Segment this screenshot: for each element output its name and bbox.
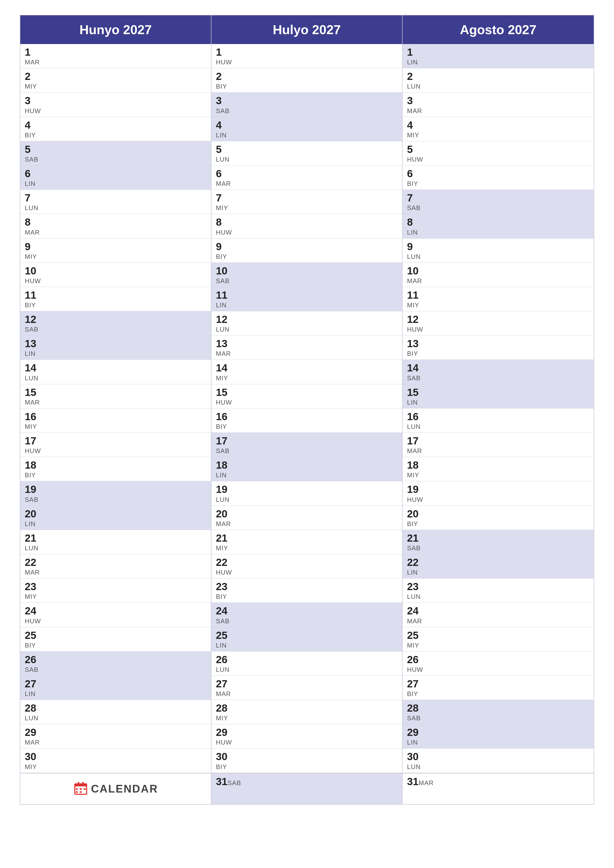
- day-name: BIY: [216, 593, 398, 600]
- day-name: LIN: [25, 520, 207, 528]
- day-name: SAB: [407, 204, 589, 212]
- day-name: HUW: [25, 107, 207, 115]
- footer-august-extra: 31MAR: [403, 773, 594, 804]
- day-number: 20: [407, 508, 589, 519]
- day-cell: 15HUW: [211, 384, 402, 409]
- day-name: MIY: [25, 83, 207, 90]
- day-name: SAB: [25, 666, 207, 674]
- day-cell: 8HUW: [211, 214, 402, 238]
- calendar-icon: [73, 781, 88, 797]
- day-name: MAR: [419, 779, 434, 787]
- day-number: 5: [216, 144, 398, 155]
- day-name: MAR: [216, 180, 398, 188]
- day-cell: 6BIY: [403, 166, 594, 190]
- day-number: 23: [407, 581, 589, 592]
- footer-july-extra: 31SAB: [211, 773, 403, 804]
- day-name: LIN: [407, 739, 589, 746]
- day-cell: 4LIN: [211, 117, 402, 141]
- day-number: 31: [216, 776, 227, 787]
- day-name: LIN: [25, 350, 207, 358]
- day-name: HUW: [25, 277, 207, 285]
- day-number: 24: [407, 605, 589, 617]
- calendar-header: Hunyo 2027 Hulyo 2027 Agosto 2027: [20, 16, 594, 44]
- day-cell: 9MIY: [20, 239, 211, 263]
- day-number: 16: [25, 411, 207, 422]
- day-name: SAB: [407, 374, 589, 382]
- day-number: 1: [25, 46, 207, 58]
- day-number: 29: [25, 727, 207, 738]
- day-number: 10: [25, 265, 207, 277]
- day-cell: 15LIN: [403, 384, 594, 409]
- day-cell: 12SAB: [20, 311, 211, 336]
- svg-rect-9: [76, 791, 78, 793]
- day-number: 4: [407, 119, 589, 131]
- day-cell: 25LIN: [211, 627, 402, 651]
- day-number: 8: [407, 217, 589, 228]
- day-cell: 12HUW: [403, 311, 594, 336]
- day-number: 19: [407, 484, 589, 495]
- day-name: BIY: [25, 301, 207, 309]
- day-name: LUN: [216, 326, 398, 333]
- footer-row: CALENDAR 31SAB 31MAR: [20, 773, 594, 804]
- day-number: 17: [25, 435, 207, 446]
- day-name: LUN: [25, 544, 207, 552]
- day-number: 18: [216, 459, 398, 471]
- day-cell: 7MIY: [211, 190, 402, 214]
- day-name: LUN: [216, 666, 398, 674]
- day-number: 25: [216, 630, 398, 641]
- day-number: 8: [216, 217, 398, 228]
- day-number: 25: [25, 630, 207, 641]
- day-name: BIY: [216, 253, 398, 260]
- day-name: HUW: [216, 739, 398, 746]
- day-cell: 25MIY: [403, 627, 594, 651]
- day-cell: 1MAR: [20, 44, 211, 68]
- day-name: BIY: [407, 180, 589, 188]
- day-name: LIN: [25, 690, 207, 698]
- day-cell: 20MAR: [211, 506, 402, 530]
- day-number: 28: [216, 702, 398, 714]
- day-cell: 7LUN: [20, 190, 211, 214]
- day-number: 10: [216, 265, 398, 277]
- day-name: HUW: [25, 447, 207, 455]
- day-number: 23: [216, 581, 398, 592]
- day-name: SAB: [227, 779, 241, 787]
- day-name: LUN: [25, 204, 207, 212]
- day-number: 3: [216, 95, 398, 106]
- day-cell: 22LIN: [403, 554, 594, 578]
- day-cell: 25BIY: [20, 627, 211, 651]
- day-number: 13: [216, 338, 398, 349]
- day-cell: 13LIN: [20, 336, 211, 360]
- day-name: HUW: [216, 569, 398, 576]
- day-name: MIY: [25, 253, 207, 260]
- day-number: 7: [407, 192, 589, 204]
- day-name: MIY: [407, 471, 589, 479]
- day-cell: 22HUW: [211, 554, 402, 578]
- day-cell: 5HUW: [403, 141, 594, 166]
- day-name: LIN: [216, 642, 398, 649]
- day-cell: 20LIN: [20, 506, 211, 530]
- day-number: 13: [25, 338, 207, 349]
- day-number: 21: [216, 532, 398, 544]
- day-number: 15: [216, 387, 398, 398]
- day-number: 24: [216, 605, 398, 617]
- day-cell: 23MIY: [20, 578, 211, 603]
- day-name: BIY: [216, 763, 398, 771]
- day-cell: 1HUW: [211, 44, 402, 68]
- day-name: MIY: [216, 204, 398, 212]
- day-name: MAR: [407, 617, 589, 625]
- day-cell: 30BIY: [211, 749, 402, 773]
- day-cell: 12LUN: [211, 311, 402, 336]
- day-name: HUW: [407, 666, 589, 674]
- day-cell: 23BIY: [211, 578, 402, 603]
- day-cell: 17HUW: [20, 433, 211, 457]
- day-number: 11: [407, 290, 589, 301]
- day-name: LUN: [216, 156, 398, 163]
- month-column-1: 1HUW2BIY3SAB4LIN5LUN6MAR7MIY8HUW9BIY10SA…: [211, 44, 403, 773]
- day-cell: 27BIY: [403, 676, 594, 700]
- day-name: MAR: [216, 520, 398, 528]
- day-cell: 17SAB: [211, 433, 402, 457]
- day-name: BIY: [216, 423, 398, 431]
- day-cell: 4BIY: [20, 117, 211, 141]
- day-number: 18: [25, 459, 207, 471]
- day-name: SAB: [216, 447, 398, 455]
